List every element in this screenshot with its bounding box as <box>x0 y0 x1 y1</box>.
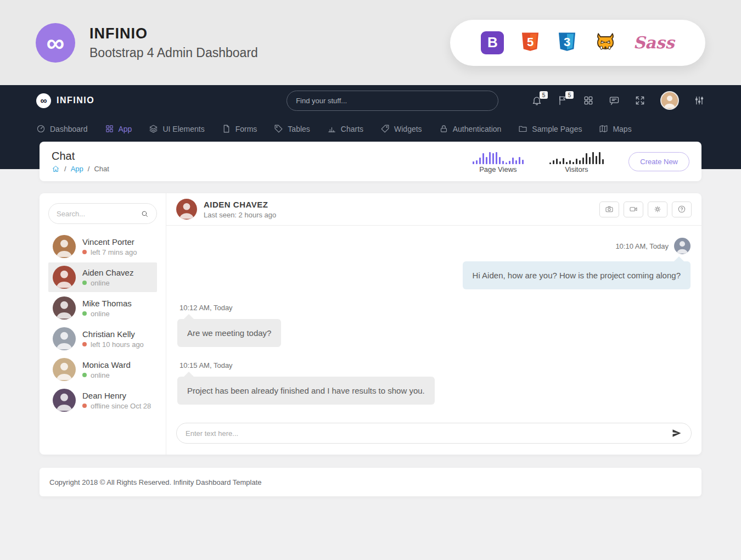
send-icon[interactable] <box>671 428 682 439</box>
message-bubble: Hi Aiden, how are you? How is the projec… <box>463 261 691 289</box>
my-avatar <box>674 238 691 254</box>
contact-search-input[interactable] <box>57 210 141 218</box>
presence-dot <box>82 250 87 254</box>
footer: Copyright 2018 © All Rights Reserved. In… <box>40 468 701 496</box>
profile-avatar[interactable] <box>660 91 679 110</box>
menu-item-tables[interactable]: Tables <box>274 124 310 133</box>
message-composer <box>166 423 701 455</box>
copyright-text: Copyright 2018 © All Rights Reserved. In… <box>49 478 262 486</box>
sass-icon: Sass <box>633 33 675 52</box>
global-search-input[interactable] <box>296 97 489 105</box>
message-outgoing: 10:10 AM, Today Hi Aiden, how are you? H… <box>177 238 691 289</box>
menu-item-ui-elements[interactable]: UI Elements <box>149 124 204 133</box>
partner-name: AIDEN CHAVEZ <box>204 200 276 209</box>
page-views-sparkline: Page Views <box>471 150 524 173</box>
presence-dot <box>82 373 87 377</box>
partner-status: Last seen: 2 hours ago <box>204 211 276 219</box>
tech-stack-pill: B 5 3 Sass <box>450 20 705 66</box>
message-time: 10:12 AM, Today <box>179 304 233 312</box>
camera-icon <box>605 205 614 214</box>
presence-dot <box>82 404 87 408</box>
notifications-bell-icon[interactable]: 5 <box>531 95 542 106</box>
app-title: INFINIO <box>89 25 258 42</box>
presence-dot <box>82 311 87 316</box>
menu-item-charts[interactable]: Charts <box>327 124 363 133</box>
navbar-logo-icon[interactable]: ∞ <box>36 93 51 108</box>
contact-list: Vincent Porter left 7 mins ago Aiden Cha… <box>48 232 157 415</box>
contact-vincent-porter[interactable]: Vincent Porter left 7 mins ago <box>48 232 157 261</box>
app-tagline: Bootstrap 4 Admin Dashboard <box>89 46 258 60</box>
message-incoming: 10:12 AM, Today Are we meeting today? <box>177 304 691 347</box>
top-navbar: ∞ INFINIO 5 5 <box>0 85 741 116</box>
gear-icon <box>653 205 662 214</box>
contact-search[interactable] <box>48 203 157 224</box>
settings-sliders-icon[interactable] <box>694 95 705 106</box>
message-bubble: Are we meeting today? <box>177 319 281 347</box>
messages-icon[interactable] <box>609 95 620 106</box>
breadcrumb: / App / Chat <box>52 165 109 173</box>
menu-item-app[interactable]: App <box>105 124 132 133</box>
flags-badge: 5 <box>565 91 574 99</box>
promo-header: ∞ INFINIO Bootstrap 4 Admin Dashboard B … <box>0 0 741 85</box>
avatar <box>53 358 76 381</box>
html5-icon: 5 <box>520 31 541 54</box>
flag-icon[interactable]: 5 <box>557 95 568 106</box>
menu-item-widgets[interactable]: Widgets <box>380 124 422 133</box>
message-history: 10:10 AM, Today Hi Aiden, how are you? H… <box>166 226 701 423</box>
avatar <box>53 296 76 320</box>
menu-item-sample-pages[interactable]: Sample Pages <box>518 124 582 133</box>
contacts-panel: Vincent Porter left 7 mins ago Aiden Cha… <box>40 193 166 455</box>
fullscreen-icon[interactable] <box>635 95 645 106</box>
avatar <box>53 389 76 412</box>
navbar-brand[interactable]: INFINIO <box>57 96 94 105</box>
breadcrumb-app-link[interactable]: App <box>71 165 83 173</box>
infinity-logo-icon: ∞ <box>36 23 75 63</box>
home-icon[interactable] <box>52 165 60 173</box>
chat-settings-button[interactable] <box>648 201 667 217</box>
breadcrumb-current: Chat <box>94 165 109 173</box>
conversation-header: AIDEN CHAVEZ Last seen: 2 hours ago <box>166 193 701 226</box>
avatar <box>53 327 76 350</box>
presence-dot <box>82 342 87 346</box>
menu-item-authentication[interactable]: Authentication <box>439 124 502 133</box>
chat-card: Vincent Porter left 7 mins ago Aiden Cha… <box>40 193 701 455</box>
message-input[interactable] <box>186 429 671 438</box>
conversation-panel: AIDEN CHAVEZ Last seen: 2 hours ago <box>166 193 701 455</box>
camera-button[interactable] <box>599 201 619 217</box>
global-search[interactable] <box>287 91 498 111</box>
grunt-icon <box>593 31 618 55</box>
menu-item-dashboard[interactable]: Dashboard <box>36 124 88 133</box>
menu-item-forms[interactable]: Forms <box>222 124 257 133</box>
avatar <box>53 235 76 258</box>
question-icon <box>677 205 686 214</box>
message-time: 10:10 AM, Today <box>615 242 669 250</box>
main-menu: Dashboard App UI Elements Forms Tables C… <box>0 116 741 142</box>
message-time: 10:15 AM, Today <box>179 361 233 369</box>
partner-avatar <box>176 199 197 220</box>
contact-mike-thomas[interactable]: Mike Thomas online <box>48 293 157 323</box>
help-button[interactable] <box>672 201 692 217</box>
presence-dot <box>82 281 87 285</box>
avatar <box>53 266 76 289</box>
notifications-badge: 5 <box>540 91 548 99</box>
message-incoming: 10:15 AM, Today Project has been already… <box>177 361 691 405</box>
contact-dean-henry[interactable]: Dean Henry offline since Oct 28 <box>48 385 157 415</box>
contact-monica-ward[interactable]: Monica Ward online <box>48 355 157 384</box>
menu-item-maps[interactable]: Maps <box>599 124 631 133</box>
page-title: Chat <box>52 150 109 163</box>
video-icon <box>629 205 638 214</box>
search-icon <box>141 210 149 218</box>
video-call-button[interactable] <box>624 201 643 217</box>
page-header-card: Chat / App / Chat Page Views Visitors Cr… <box>40 142 701 181</box>
css3-icon: 3 <box>557 31 577 54</box>
create-new-button[interactable]: Create New <box>628 152 689 171</box>
apps-grid-icon[interactable] <box>583 95 594 106</box>
contact-aiden-chavez[interactable]: Aiden Chavez online <box>48 262 157 292</box>
message-bubble: Project has been already finished and I … <box>177 377 435 405</box>
bootstrap-icon: B <box>481 31 504 54</box>
visitors-sparkline: Visitors <box>548 150 604 173</box>
contact-christian-kelly[interactable]: Christian Kelly left 10 hours ago <box>48 324 157 354</box>
